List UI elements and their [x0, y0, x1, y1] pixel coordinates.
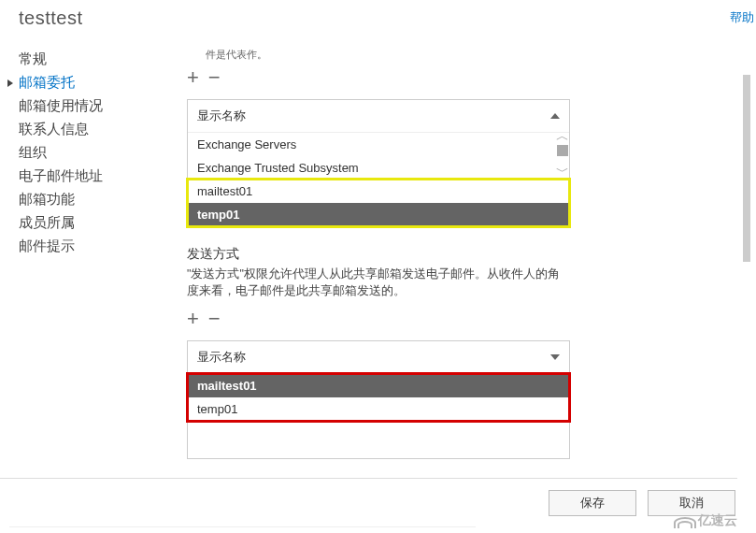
watermark-text: 亿速云: [698, 512, 737, 529]
chevron-up-icon[interactable]: ︿: [556, 128, 569, 145]
sidebar-item-usage[interactable]: 邮箱使用情况: [19, 94, 159, 118]
send-as-list: 显示名称 mailtest01 temp01: [187, 340, 570, 459]
remove-button[interactable]: −: [208, 309, 221, 329]
list-item[interactable]: temp01: [188, 397, 569, 421]
highlight-box-yellow: mailtest01 temp01: [188, 180, 569, 226]
scroll-thumb[interactable]: [557, 145, 568, 156]
section-desc: "发送方式"权限允许代理人从此共享邮箱发送电子邮件。从收件人的角度来看，电子邮件…: [187, 266, 561, 299]
sort-icon[interactable]: [550, 354, 560, 360]
cloud-icon: [674, 513, 694, 528]
chevron-down-icon[interactable]: ﹀: [556, 164, 569, 180]
sort-icon[interactable]: [550, 113, 560, 119]
list-header[interactable]: 显示名称: [188, 100, 569, 133]
sidebar: 常规 邮箱委托 邮箱使用情况 联系人信息 组织 电子邮件地址 邮箱功能 成员所属…: [19, 48, 159, 478]
sidebar-item-features[interactable]: 邮箱功能: [19, 188, 159, 211]
sidebar-item-org[interactable]: 组织: [19, 141, 159, 165]
sidebar-item-contact[interactable]: 联系人信息: [19, 118, 159, 141]
sidebar-item-memberof[interactable]: 成员所属: [19, 211, 159, 235]
save-button[interactable]: 保存: [549, 490, 636, 516]
watermark: 亿速云: [674, 512, 737, 529]
highlight-box-red: mailtest01 temp01: [188, 374, 569, 421]
sidebar-item-general[interactable]: 常规: [19, 48, 159, 71]
list-item[interactable]: mailtest01: [188, 374, 569, 397]
sidebar-item-delegation[interactable]: 邮箱委托: [19, 71, 159, 94]
list-item[interactable]: mailtest01: [188, 180, 569, 203]
section-title: 发送方式: [187, 246, 598, 263]
list-scrollbar[interactable]: ︿ ﹀: [554, 128, 571, 226]
full-access-section: 件是代表作。 + − 显示名称 Exchange Servers Exchang…: [187, 48, 598, 227]
scroll-thumb[interactable]: [743, 75, 750, 262]
add-button[interactable]: +: [187, 309, 199, 329]
add-button[interactable]: +: [187, 67, 199, 88]
truncated-text: 件是代表作。: [206, 48, 598, 62]
page-scrollbar[interactable]: [741, 75, 752, 466]
list-item[interactable]: temp01: [188, 203, 569, 226]
list-header[interactable]: 显示名称: [188, 341, 569, 374]
send-as-section: 发送方式 "发送方式"权限允许代理人从此共享邮箱发送电子邮件。从收件人的角度来看…: [187, 246, 598, 459]
sidebar-item-email-addr[interactable]: 电子邮件地址: [19, 165, 159, 188]
divider: [9, 526, 476, 527]
page-title: testtest: [19, 7, 756, 29]
help-link[interactable]: 帮助: [730, 9, 754, 26]
divider: [0, 478, 737, 479]
column-display-name: 显示名称: [197, 108, 246, 124]
column-display-name: 显示名称: [197, 349, 246, 366]
list-item[interactable]: Exchange Trusted Subsystem: [188, 156, 569, 180]
list-item[interactable]: Exchange Servers: [188, 133, 569, 156]
sidebar-item-mailtip[interactable]: 邮件提示: [19, 235, 159, 258]
full-access-list: 显示名称 Exchange Servers Exchange Trusted S…: [187, 99, 570, 227]
remove-button[interactable]: −: [208, 67, 221, 88]
